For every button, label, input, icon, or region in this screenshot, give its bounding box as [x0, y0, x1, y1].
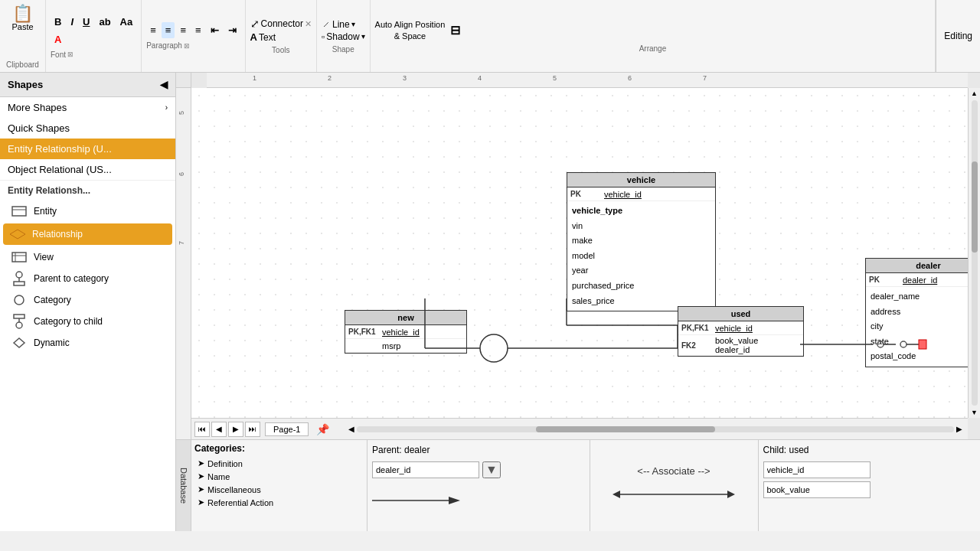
toolbar: 📋 Paste Clipboard B I U ab Aa A Font ⊠ ≡…: [0, 0, 980, 73]
nav-last-button[interactable]: ⏭: [245, 422, 260, 437]
vehicle-field-model: model: [572, 249, 710, 264]
arrange-layout-button[interactable]: ⊟: [446, 21, 464, 40]
category-misc[interactable]: ➤ Miscellaneous: [194, 483, 364, 496]
tools-group: ⤢ Connector ✕ A Text Tools: [246, 0, 317, 72]
v-scroll-thumb[interactable]: [972, 161, 978, 253]
ruler-v-mark-6: 6: [178, 172, 185, 176]
space-label: & Space: [375, 31, 446, 41]
child-field-2: [763, 481, 976, 498]
sidebar-item-or-label: Object Relational (US...: [8, 164, 112, 175]
indent-decrease-button[interactable]: ⇤: [207, 22, 223, 38]
v-scroll-down[interactable]: ▼: [969, 407, 979, 418]
used-pk-label: PK,FK1: [681, 324, 712, 332]
ruler-mark-3: 3: [403, 74, 407, 82]
align-right-button[interactable]: ≡: [176, 22, 190, 38]
paste-button[interactable]: 📋 Paste: [8, 3, 37, 34]
name-arrow: ➤: [198, 471, 204, 481]
para-expand-button[interactable]: ⊠: [184, 42, 190, 50]
nav-prev-button[interactable]: ◀: [211, 422, 227, 437]
parent-cat-icon: [11, 272, 28, 285]
sidebar-item-quick-shapes[interactable]: Quick Shapes: [0, 118, 175, 139]
v-scroll-up[interactable]: ▲: [969, 88, 979, 99]
h-scroll-left[interactable]: ◀: [346, 425, 357, 433]
dealer-name: dealer_name: [871, 289, 968, 305]
indent-increase-button[interactable]: ⇥: [224, 22, 240, 38]
h-scroll-area[interactable]: ◀ ▶: [346, 425, 965, 433]
svg-marker-32: [612, 491, 620, 498]
connector-close[interactable]: ✕: [305, 19, 312, 29]
svg-rect-8: [14, 282, 24, 285]
nav-first-button[interactable]: ⏮: [194, 422, 210, 437]
sidebar-item-entity-relationship[interactable]: Entity Relationship (U...: [0, 139, 175, 159]
main-area: Shapes ◀ More Shapes › Quick Shapes Enti…: [0, 73, 980, 531]
parent-field-input[interactable]: [372, 461, 479, 478]
ruler-v-mark-7: 7: [178, 241, 185, 245]
cat-child-label: Category to child: [34, 316, 103, 327]
page-tab-1[interactable]: Page-1: [265, 422, 309, 436]
parent-field-arrow[interactable]: ▼: [482, 461, 501, 478]
editing-label: Editing: [944, 31, 972, 41]
italic-button[interactable]: I: [67, 14, 77, 30]
svg-rect-3: [12, 253, 26, 262]
text-label: Text: [259, 32, 276, 43]
font-color-button[interactable]: A: [51, 31, 65, 47]
font-expand-button[interactable]: ⊠: [67, 51, 74, 58]
category-ref-action[interactable]: ➤ Referential Action: [194, 496, 364, 509]
sidebar-shape-dynamic[interactable]: Dynamic: [0, 332, 175, 354]
sidebar-shape-view[interactable]: View: [0, 246, 175, 268]
nav-next-button[interactable]: ▶: [228, 422, 243, 437]
parent-label: Parent: dealer: [372, 445, 585, 455]
child-field-input-1[interactable]: [763, 461, 871, 478]
canvas-wrapper[interactable]: 1 2 3 4 5 6 7 5 6 7 ▲: [176, 73, 980, 439]
category-name[interactable]: ➤ Name: [194, 470, 364, 483]
align-justify-button[interactable]: ≡: [191, 22, 205, 38]
v-scroll-track[interactable]: [972, 100, 978, 406]
used-dealer-id: dealer_id: [715, 345, 758, 354]
sidebar-item-object-relational[interactable]: Object Relational (US...: [0, 159, 175, 180]
dealer-pk-field: dealer_id: [903, 276, 937, 285]
parent-arrow-svg: [372, 489, 464, 512]
ruler-mark-7: 7: [703, 74, 707, 82]
h-scroll-thumb[interactable]: [536, 426, 715, 432]
bookmark-icon: 📌: [316, 423, 329, 435]
used-header: used: [678, 307, 803, 321]
sidebar-shape-entity[interactable]: Entity: [0, 201, 175, 222]
dealer-city: city: [871, 319, 968, 334]
connector-icon: ⤢: [250, 18, 260, 30]
sidebar-shape-parent-cat[interactable]: Parent to category: [0, 268, 175, 289]
shadow-dropdown[interactable]: ▾: [361, 32, 365, 41]
connector-tab-label: Connector: [261, 18, 303, 29]
v-scrollbar[interactable]: ▲ ▼: [968, 88, 980, 418]
sidebar-shape-category[interactable]: Category: [0, 289, 175, 311]
sidebar-item-more-shapes-label: More Shapes: [8, 102, 67, 113]
sidebar-shape-cat-child[interactable]: Category to child: [0, 311, 175, 332]
entity-used[interactable]: used PK,FK1 vehicle_id FK2 book_value de…: [678, 306, 804, 357]
view-icon: [11, 251, 28, 263]
sidebar-collapse-icon[interactable]: ◀: [160, 79, 168, 90]
align-left-button[interactable]: ≡: [146, 22, 160, 38]
font-size-button[interactable]: Aa: [116, 14, 137, 30]
text-icon: A: [250, 31, 257, 43]
align-center-button[interactable]: ≡: [162, 22, 175, 38]
bold-button[interactable]: B: [51, 14, 65, 30]
paragraph-group: ≡ ≡ ≡ ≡ ⇤ ⇥ Paragraph ⊠: [142, 0, 245, 72]
entity-dealer[interactable]: dealer PK dealer_id dealer_name address …: [865, 258, 968, 367]
entity-label: Entity: [34, 206, 57, 217]
h-scroll-right[interactable]: ▶: [954, 425, 965, 433]
sidebar-item-more-shapes[interactable]: More Shapes ›: [0, 97, 175, 118]
entity-vehicle[interactable]: vehicle PK vehicle_id vehicle_type vin m…: [567, 172, 716, 311]
font-section-label: Font ⊠: [51, 49, 136, 59]
line-dropdown[interactable]: ▾: [351, 20, 355, 28]
category-definition[interactable]: ➤ Definition: [194, 457, 364, 470]
canvas[interactable]: vehicle PK vehicle_id vehicle_type vin m…: [191, 88, 968, 418]
child-field-input-2[interactable]: [763, 481, 871, 498]
tools-section-label: Tools: [250, 44, 312, 54]
strikethrough-button[interactable]: ab: [95, 14, 114, 30]
db-tab[interactable]: Database: [176, 440, 191, 531]
h-scroll-track[interactable]: [357, 426, 954, 432]
underline-button[interactable]: U: [79, 14, 93, 30]
entity-new[interactable]: new PK,FK1 vehicle_id msrp: [345, 310, 467, 354]
sidebar-shape-relationship[interactable]: Relationship: [3, 223, 172, 245]
clipboard-label: Clipboard: [6, 59, 39, 69]
font-row2: A: [51, 31, 136, 47]
